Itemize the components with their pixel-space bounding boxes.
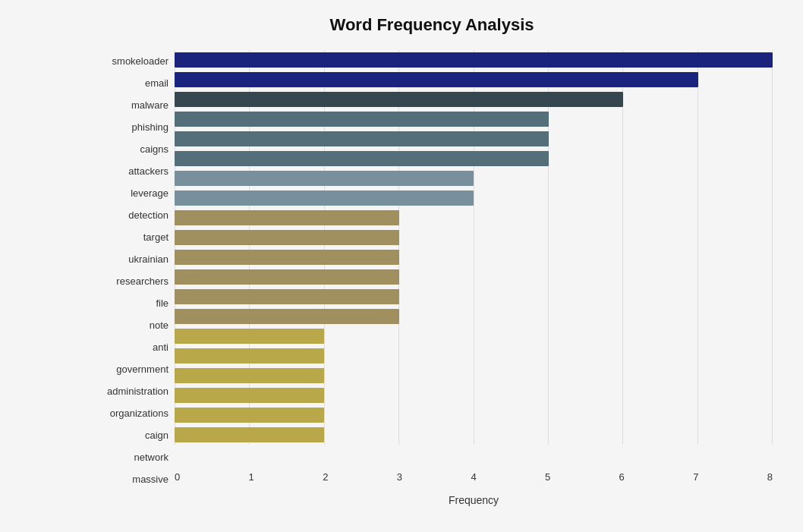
- bar: [175, 250, 399, 265]
- bar-row: [175, 268, 773, 286]
- bar: [175, 112, 549, 127]
- y-label: target: [91, 228, 168, 247]
- bar: [175, 348, 324, 364]
- bar-row: [175, 248, 773, 266]
- bar: [175, 131, 549, 146]
- bar: [175, 210, 399, 225]
- y-label: caigns: [91, 140, 168, 159]
- y-label: note: [91, 316, 168, 335]
- y-label: ukrainian: [91, 250, 168, 269]
- y-labels: smokeloaderemailmalwarephishingcaignsatt…: [91, 50, 175, 490]
- bar-row: [175, 367, 773, 385]
- bar: [175, 151, 549, 166]
- bar: [175, 171, 474, 186]
- bar-row: [175, 327, 773, 345]
- y-label: caign: [91, 426, 168, 445]
- x-tick-label: 4: [471, 471, 476, 483]
- bar-row: [175, 90, 773, 109]
- x-tick-label: 8: [767, 471, 773, 483]
- bar: [175, 289, 399, 304]
- y-label: government: [91, 360, 168, 379]
- bar-row: [175, 347, 773, 365]
- bar: [175, 408, 324, 423]
- x-axis-title: Frequency: [91, 494, 773, 506]
- bar-row: [175, 209, 773, 227]
- bar-row: [175, 288, 773, 306]
- chart-title: Word Frequency Analysis: [91, 15, 773, 35]
- bars-rows: [175, 50, 773, 445]
- bar: [175, 269, 399, 285]
- bar-row: [175, 71, 773, 89]
- bar-row: [175, 150, 773, 168]
- x-tick-label: 7: [693, 471, 698, 483]
- bar: [175, 427, 324, 442]
- bar: [175, 388, 324, 403]
- x-tick-label: 5: [545, 471, 550, 483]
- chart-container: Word Frequency Analysis smokeloaderemail…: [0, 0, 803, 532]
- bar: [175, 368, 324, 383]
- bar: [175, 190, 474, 206]
- bar-row: [175, 307, 773, 326]
- bar: [175, 230, 399, 245]
- y-label: attackers: [91, 162, 168, 181]
- y-label: smokeloader: [91, 52, 168, 71]
- y-label: detection: [91, 206, 168, 225]
- y-label: administration: [91, 382, 168, 401]
- bar: [175, 329, 324, 344]
- bars-and-grid: [175, 50, 773, 467]
- x-tick-label: 6: [619, 471, 625, 483]
- x-tick-label: 0: [175, 471, 180, 483]
- y-label: malware: [91, 96, 168, 115]
- chart-area: smokeloaderemailmalwarephishingcaignsatt…: [91, 50, 773, 490]
- y-label: file: [91, 294, 168, 313]
- x-tick-label: 2: [323, 471, 328, 483]
- bar-row: [175, 169, 773, 187]
- bar-row: [175, 51, 773, 69]
- y-label: anti: [91, 338, 168, 357]
- bar-row: [175, 426, 773, 444]
- y-label: network: [91, 448, 168, 467]
- bar-row: [175, 130, 773, 148]
- bar: [175, 309, 399, 324]
- bar-row: [175, 406, 773, 424]
- y-label: email: [91, 74, 168, 93]
- bar: [175, 92, 623, 107]
- x-tick-label: 1: [249, 471, 254, 483]
- y-label: researchers: [91, 272, 168, 291]
- y-label: phishing: [91, 118, 168, 137]
- bar-row: [175, 110, 773, 128]
- bar-row: [175, 228, 773, 247]
- bar-row: [175, 189, 773, 207]
- x-tick-label: 3: [397, 471, 402, 483]
- y-label: leverage: [91, 184, 168, 203]
- x-axis-labels: 012345678: [175, 467, 773, 490]
- y-label: organizations: [91, 404, 168, 423]
- bar-row: [175, 386, 773, 405]
- y-label: massive: [91, 470, 168, 490]
- bar: [175, 52, 773, 68]
- bar: [175, 72, 698, 87]
